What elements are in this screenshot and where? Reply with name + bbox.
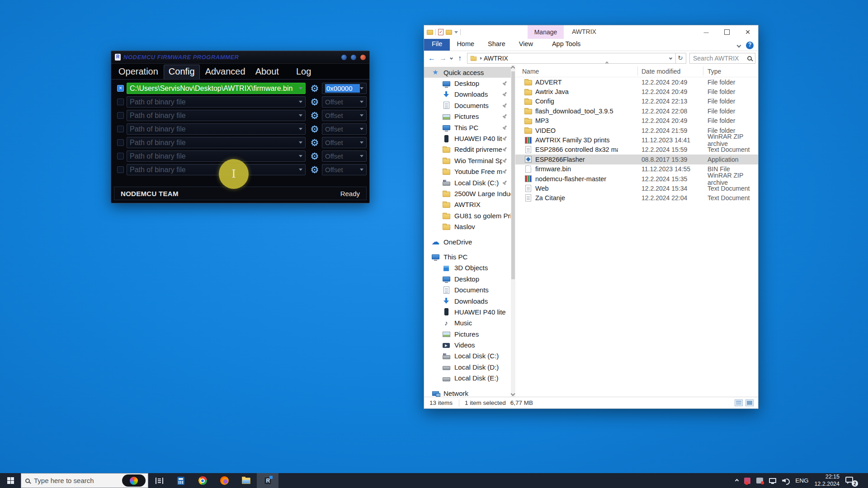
file-row[interactable]: nodemcu-flasher-master12.2.2024 15:35Win… [515,174,758,183]
properties-icon[interactable] [438,29,443,35]
dropdown-arrow-icon[interactable] [299,101,302,103]
offset-combobox[interactable]: Offset [322,96,367,108]
taskbar-search-box[interactable]: Type here to search [21,473,148,488]
close-button[interactable] [360,55,366,60]
sidebar-item-local-disk-e-[interactable]: Local Disk (E:) [424,373,511,384]
dropdown-arrow-icon[interactable] [360,114,363,117]
column-separator[interactable] [703,66,703,75]
offset-combobox[interactable]: 0x00000 [322,83,367,94]
sidebar-item-youtube-free-music[interactable]: Youtube Free music [424,166,511,177]
taskbar-app-calculator[interactable] [170,473,192,488]
tab-about[interactable]: About [251,65,283,79]
dropdown-arrow-icon[interactable] [360,155,363,157]
file-row[interactable]: ADVERT12.2.2024 20:49File folder [515,77,758,87]
file-row[interactable]: ESP2866 controlled 8x32 matrix WS2812 L.… [515,145,758,155]
file-row[interactable]: Web12.2.2024 15:34Text Document [515,183,758,193]
dropdown-arrow-icon[interactable] [360,141,363,144]
expand-ribbon-icon[interactable] [737,43,741,48]
address-bar[interactable]: AWTRIX [467,53,686,64]
tab-config[interactable]: Config [164,65,200,79]
sidebar-item-this-pc[interactable]: This PC [424,122,511,133]
taskbar-app-chrome[interactable] [192,473,213,488]
sidebar-item-3d-objects[interactable]: 3D Objects [424,263,511,273]
binary-path-combobox[interactable]: Path of binary file [127,123,306,135]
explorer-titlebar[interactable]: Manage AWTRIX [424,25,758,39]
sidebar-item-quick-access[interactable]: Quick access [424,67,511,78]
ribbon-tab-view[interactable]: View [512,39,540,51]
maximize-button[interactable] [351,55,356,60]
dropdown-arrow-icon[interactable] [360,101,363,103]
ribbon-tab-file[interactable]: File [424,39,450,51]
file-row[interactable]: Za Citanje12.2.2024 22:04Text Document [515,193,758,203]
address-dropdown-icon[interactable] [669,56,672,60]
file-row[interactable]: AWTRIX Family 3D prints11.12.2023 14:41W… [515,135,758,145]
binary-path-combobox[interactable]: Path of binary file [127,137,306,148]
dropdown-arrow-icon[interactable] [360,128,363,130]
sidebar-item-desktop[interactable]: Desktop [424,78,511,89]
dropdown-arrow-icon[interactable] [299,141,302,144]
show-hidden-icons-icon[interactable] [735,479,739,482]
file-row[interactable]: flash_download_tool_3.9.512.2.2024 22:08… [515,106,758,116]
sidebar-item-downloads[interactable]: Downloads [424,89,511,100]
sidebar-item-naslov[interactable]: Naslov [424,221,511,232]
folder-icon[interactable] [427,30,433,35]
sidebar-item-local-disk-c-[interactable]: Local Disk (C:) [424,351,511,361]
scroll-up-icon[interactable] [511,66,515,70]
sidebar-item-awtrix[interactable]: AWTRIX [424,199,511,210]
up-icon[interactable]: ↑ [456,54,464,62]
sidebar-scrollbar[interactable] [511,65,515,397]
network-icon[interactable] [769,478,776,483]
taskbar-app-nodemcu-flasher[interactable] [257,473,278,488]
sidebar-item-this-pc[interactable]: This PC [424,251,511,262]
binary-path-combobox[interactable]: Path of binary file [127,110,306,121]
column-header-type[interactable]: Type [708,68,721,75]
help-icon[interactable] [746,42,754,49]
scroll-down-icon[interactable] [511,392,515,396]
offset-combobox[interactable]: Offset [322,110,367,121]
slot-settings-gear-icon[interactable] [309,124,320,135]
dropdown-arrow-icon[interactable] [360,87,363,89]
column-header-name[interactable]: Name [522,68,539,75]
manage-contextual-tab[interactable]: Manage [528,25,564,39]
refresh-icon[interactable] [675,53,684,63]
column-separator[interactable] [637,66,638,75]
sidebar-item-documents[interactable]: Documents [424,100,511,111]
dropdown-arrow-icon[interactable] [360,169,363,171]
sidebar-item-huawei-p40-lite[interactable]: HUAWEI P40 lite [424,306,511,317]
search-icon[interactable] [747,56,752,61]
maximize-button[interactable] [717,25,737,39]
nodemcu-titlebar[interactable]: NODEMCU FIRMWARE PROGRAMMER [111,51,369,64]
dropdown-arrow-icon[interactable] [299,128,302,130]
sidebar-item-huawei-p40-lite[interactable]: HUAWEI P40 lite [424,133,511,144]
taskbar-app-firefox[interactable] [213,473,235,488]
sidebar-item-wio-terminal-spectrur[interactable]: Wio Terminal Spectrur [424,155,511,166]
slot-enabled-checkbox[interactable] [117,126,124,132]
scrollbar-thumb[interactable] [511,71,515,279]
file-row[interactable]: Awtrix Java12.2.2024 20:49File folder [515,87,758,96]
recent-locations-icon[interactable] [450,56,453,60]
taskbar-app-file-explorer[interactable] [235,473,257,488]
sidebar-item-network[interactable]: Network [424,388,511,397]
close-button[interactable] [737,25,758,39]
file-row[interactable]: MP312.2.2024 20:49File folder [515,116,758,126]
tab-advanced[interactable]: Advanced [201,65,250,79]
sidebar-item-gu81-so-golem-primar[interactable]: GU81 so golem Primar [424,210,511,221]
taskbar-app-task-view[interactable] [148,473,170,488]
breadcrumb-chevron-icon[interactable] [479,57,482,60]
slot-enabled-checkbox[interactable] [117,99,124,105]
qat-customize-icon[interactable] [454,31,458,33]
sidebar-item-videos[interactable]: Videos [424,339,511,350]
slot-enabled-checkbox[interactable] [117,112,124,119]
slot-settings-gear-icon[interactable] [309,137,320,148]
minimize-button[interactable] [696,25,717,39]
dropdown-arrow-icon[interactable] [299,155,302,157]
start-button[interactable] [0,473,21,488]
binary-path-combobox[interactable]: C:\Users\ServisNov\Desktop\AWTRIX\firmwa… [127,83,306,94]
slot-enabled-checkbox[interactable]: × [117,85,124,92]
slot-settings-gear-icon[interactable] [309,151,320,162]
offset-combobox[interactable]: Offset [322,150,367,162]
sidebar-item-downloads[interactable]: Downloads [424,296,511,306]
slot-settings-gear-icon[interactable] [309,110,320,121]
forward-icon[interactable]: → [439,54,447,62]
binary-path-combobox[interactable]: Path of binary file [127,150,306,162]
